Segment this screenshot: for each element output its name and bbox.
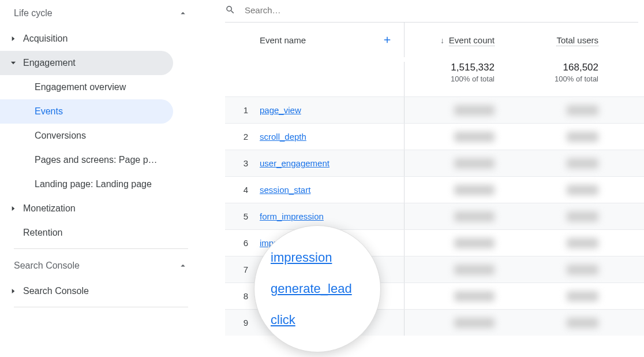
redacted-value (567, 132, 598, 142)
row-index: 1 (225, 105, 260, 115)
sidebar-item-landing-page[interactable]: Landing page: Landing page (0, 172, 173, 196)
sidebar-item-conversions[interactable]: Conversions (0, 124, 173, 148)
row-index: 2 (225, 132, 260, 142)
magnified-event-link[interactable]: impression (271, 250, 380, 265)
redacted-value (454, 132, 495, 142)
redacted-value (454, 265, 495, 275)
row-index: 3 (225, 158, 260, 168)
sidebar: Life cycle Acquisition Engagement Engage… (0, 0, 202, 357)
redacted-value (567, 185, 598, 195)
chevron-up-icon (178, 8, 188, 18)
row-index: 9 (225, 318, 260, 328)
divider (14, 248, 188, 249)
table-row: 3user_engagement (225, 150, 644, 176)
nav-section-life-cycle[interactable]: Life cycle (0, 0, 202, 27)
search-icon (225, 5, 235, 15)
caret-down-icon (9, 59, 23, 67)
caret-right-icon (9, 35, 23, 43)
sidebar-item-label: Engagement overview (35, 82, 126, 92)
row-index: 4 (225, 185, 260, 195)
total-event-count-pct: 100% of total (405, 75, 495, 83)
sidebar-item-acquisition[interactable]: Acquisition (0, 27, 173, 51)
divider (14, 307, 188, 307)
redacted-value (567, 211, 598, 222)
sidebar-item-retention[interactable]: Retention (0, 221, 173, 245)
table-row: 1page_view (225, 96, 644, 123)
nav-section-search-console[interactable]: Search Console (0, 252, 202, 279)
redacted-value (454, 105, 495, 116)
sidebar-item-monetization[interactable]: Monetization (0, 196, 173, 221)
metric-header-total-users[interactable]: Total users (508, 35, 612, 45)
redacted-value (454, 211, 495, 222)
table-row: 5form_impression (225, 203, 644, 229)
caret-right-icon (9, 204, 23, 213)
sidebar-item-label: Acquisition (23, 34, 68, 44)
event-name-link[interactable]: user_engagement (260, 158, 330, 168)
redacted-value (454, 238, 495, 248)
event-name-link[interactable]: page_view (260, 105, 301, 115)
sidebar-item-label: Events (35, 106, 63, 117)
search-bar (225, 0, 638, 23)
sidebar-item-label: Pages and screens: Page p… (35, 155, 158, 165)
sidebar-item-label: Landing page: Landing page (35, 179, 152, 189)
row-index: 6 (225, 238, 260, 248)
totals-row: 1,515,332 100% of total 168,502 100% of … (225, 57, 644, 96)
magnified-event-link[interactable]: generate_lead (271, 281, 380, 296)
metric-header-event-count[interactable]: ↓ Event count (405, 35, 508, 45)
redacted-value (567, 291, 598, 302)
event-name-link[interactable]: form_impression (260, 211, 324, 221)
nav-section-label: Life cycle (14, 8, 53, 18)
redacted-value (567, 105, 598, 116)
table-header: Event name ↓ Event count Total users (225, 23, 644, 57)
redacted-value (567, 158, 598, 169)
sidebar-item-label: Monetization (23, 203, 76, 214)
redacted-value (567, 318, 598, 328)
event-name-link[interactable]: session_start (260, 185, 310, 195)
row-index: 5 (225, 211, 260, 221)
nav-section-label: Search Console (14, 261, 80, 271)
total-users: 168,502 (508, 62, 598, 73)
sidebar-item-label: Retention (23, 228, 63, 238)
chevron-up-icon (178, 261, 188, 271)
table-row: 4session_start (225, 176, 644, 203)
search-input[interactable] (245, 5, 418, 15)
redacted-value (567, 238, 598, 248)
sidebar-item-engagement-overview[interactable]: Engagement overview (0, 75, 173, 99)
sort-desc-icon: ↓ (440, 36, 444, 45)
redacted-value (454, 185, 495, 195)
caret-right-icon (9, 287, 23, 295)
event-name-link[interactable]: scroll_depth (260, 132, 306, 142)
sidebar-item-label: Engagement (23, 58, 76, 68)
sidebar-item-engagement[interactable]: Engagement (0, 51, 173, 75)
add-dimension-button[interactable] (382, 35, 392, 45)
sidebar-item-events[interactable]: Events (0, 99, 173, 124)
redacted-value (567, 265, 598, 275)
row-index: 7 (225, 265, 260, 274)
sidebar-item-pages-screens[interactable]: Pages and screens: Page p… (0, 148, 173, 172)
dimension-header: Event name (260, 35, 306, 45)
table-row: 2scroll_depth (225, 123, 644, 150)
redacted-value (454, 291, 495, 302)
magnifier-overlay: impression generate_lead click (254, 225, 381, 352)
sidebar-item-search-console[interactable]: Search Console (0, 279, 173, 303)
sidebar-item-label: Conversions (35, 131, 86, 141)
total-users-pct: 100% of total (508, 75, 598, 83)
total-event-count: 1,515,332 (405, 62, 495, 73)
magnified-event-link[interactable]: click (271, 313, 380, 328)
redacted-value (454, 318, 495, 328)
redacted-value (454, 158, 495, 169)
sidebar-item-label: Search Console (23, 286, 89, 296)
